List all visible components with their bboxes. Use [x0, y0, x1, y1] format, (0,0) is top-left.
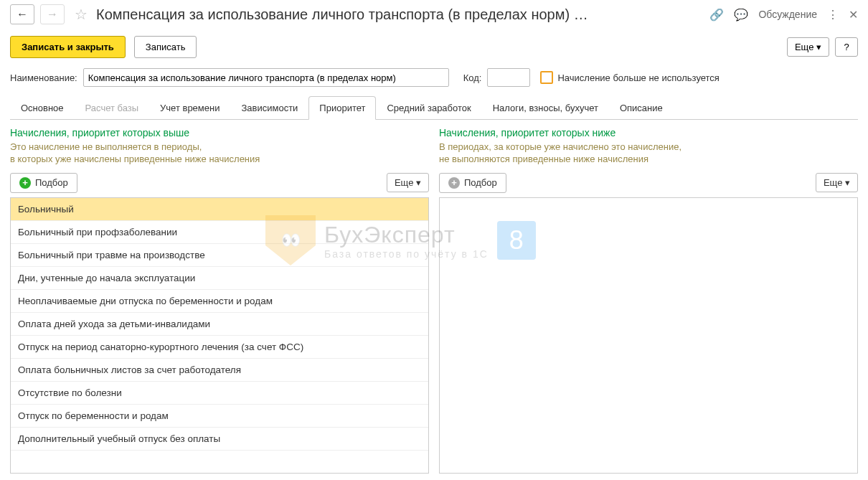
list-item[interactable]: Оплата дней ухода за детьми-инвалидами	[11, 313, 428, 336]
list-item[interactable]: Неоплачиваемые дни отпуска по беременнос…	[11, 290, 428, 313]
link-icon[interactable]: 🔗	[709, 8, 724, 22]
more-button[interactable]: Еще ▾	[787, 37, 829, 57]
list-item[interactable]: Оплата больничных листов за счет работод…	[11, 359, 428, 382]
back-button[interactable]: ←	[10, 4, 34, 24]
tab-time[interactable]: Учет времени	[149, 96, 230, 120]
tab-deps[interactable]: Зависимости	[230, 96, 308, 120]
pick-button-left[interactable]: + Подбор	[10, 173, 77, 193]
panel-title: Начисления, приоритет которых выше	[10, 127, 429, 138]
list-item[interactable]: Больничный при профзаболевании	[11, 221, 428, 244]
plus-icon: +	[19, 177, 31, 189]
tab-avg[interactable]: Средний заработок	[376, 96, 481, 120]
panel-desc: Это начисление не выполняется в периоды,…	[10, 141, 429, 166]
list-item[interactable]: Больничный при травме на производстве	[11, 244, 428, 267]
page-title: Компенсация за использование личного тра…	[96, 6, 588, 23]
panel-desc: В периодах, за которые уже начислено это…	[439, 141, 858, 166]
lower-priority-list[interactable]	[439, 197, 858, 474]
disabled-checkbox[interactable]	[540, 71, 553, 84]
tab-desc[interactable]: Описание	[609, 96, 674, 120]
plus-icon: +	[448, 177, 460, 189]
list-scroll[interactable]: Больничный Больничный при профзаболевани…	[11, 198, 428, 473]
save-close-button[interactable]: Записать и закрыть	[10, 36, 126, 58]
list-item[interactable]: Отпуск по беременности и родам	[11, 405, 428, 428]
tab-tax[interactable]: Налоги, взносы, бухучет	[482, 96, 609, 120]
panel-higher-priority: Начисления, приоритет которых выше Это н…	[10, 127, 429, 474]
tab-main[interactable]: Основное	[10, 96, 75, 120]
list-item[interactable]: Больничный	[11, 198, 428, 221]
kebab-icon[interactable]: ⋮	[827, 8, 839, 22]
tabs: Основное Расчет базы Учет времени Зависи…	[10, 95, 858, 120]
discuss-icon[interactable]: 💬	[734, 8, 748, 22]
list-item[interactable]: Отпуск на период санаторно-курортного ле…	[11, 336, 428, 359]
favorite-icon[interactable]: ☆	[75, 6, 88, 23]
more-left[interactable]: Еще ▾	[387, 173, 429, 192]
help-button[interactable]: ?	[835, 37, 858, 57]
more-right[interactable]: Еще ▾	[816, 173, 858, 192]
name-label: Наименование:	[10, 72, 77, 83]
tab-base[interactable]: Расчет базы	[75, 96, 150, 120]
list-item[interactable]: Дополнительный учебный отпуск без оплаты	[11, 428, 428, 451]
panel-title: Начисления, приоритет которых ниже	[439, 127, 858, 138]
list-item[interactable]: Отсутствие по болезни	[11, 382, 428, 405]
disabled-label: Начисление больше не используется	[557, 72, 719, 83]
forward-button[interactable]: →	[40, 4, 65, 24]
name-input[interactable]	[83, 68, 449, 87]
close-icon[interactable]: ✕	[849, 8, 858, 22]
save-button[interactable]: Записать	[134, 36, 197, 58]
code-label: Код:	[463, 72, 482, 83]
tab-priority[interactable]: Приоритет	[308, 96, 376, 120]
list-item[interactable]: Дни, учтенные до начала эксплуатации	[11, 267, 428, 290]
code-input[interactable]	[487, 68, 530, 87]
discuss-label[interactable]: Обсуждение	[758, 9, 817, 20]
pick-button-right[interactable]: + Подбор	[439, 173, 506, 193]
panel-lower-priority: Начисления, приоритет которых ниже В пер…	[439, 127, 858, 474]
higher-priority-list: Больничный Больничный при профзаболевани…	[10, 197, 429, 474]
